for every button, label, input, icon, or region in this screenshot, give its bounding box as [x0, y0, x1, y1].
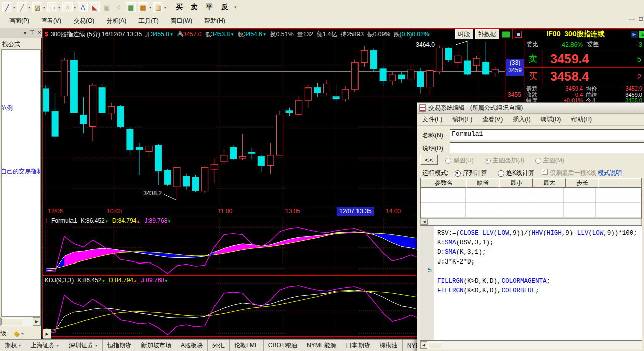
scrollbar-thumb[interactable] — [428, 342, 442, 348]
close-position-button[interactable]: 平 — [203, 2, 216, 13]
chevron-down-icon[interactable]: ▾ — [74, 5, 76, 10]
menu-item[interactable]: 分析(A) — [100, 15, 132, 27]
menu-item[interactable]: 工具(T) — [132, 15, 164, 27]
window-mode-icon[interactable] — [515, 31, 522, 38]
quote-info-rows: 最新3459.4均价3452.9涨跌0.4前结3459.0幅度+0.01%今开3… — [524, 85, 644, 103]
name-input[interactable]: Formula1 — [450, 129, 644, 140]
market-tab[interactable]: A股板块 — [176, 340, 208, 351]
market-tab[interactable]: 深圳证券▾ — [64, 340, 103, 351]
close-icon[interactable]: × — [38, 29, 41, 36]
dialog-menu-item[interactable]: 帮助(H) — [566, 115, 597, 124]
dialog-menu-item[interactable]: 插入(I) — [508, 115, 535, 124]
chevron-down-icon[interactable]: ▾ — [149, 5, 151, 10]
chevron-down-icon[interactable]: ▾ — [58, 5, 60, 10]
ellipse-icon[interactable]: ○ — [62, 2, 73, 13]
expand-panel-button[interactable]: ▶ — [43, 329, 51, 339]
fill-data-button[interactable]: 补数据 — [475, 29, 499, 40]
quote-panel: 委比 -42.86% 委差 -3 卖 3459.4 5 买 3458.4 2 最… — [524, 39, 644, 102]
sidebar-hscrollbar[interactable]: ▶ — [0, 317, 41, 326]
reverse-button[interactable]: 反 — [218, 2, 231, 13]
chevron-down-icon[interactable]: ▾ — [43, 5, 45, 10]
collapse-button[interactable]: << — [420, 155, 438, 165]
chevron-left-icon[interactable]: ◂ — [21, 331, 24, 336]
refresh-checkbox[interactable]: 仅刷最后一根K线 — [542, 169, 596, 178]
sidebar-footer-label: 级 — [0, 329, 6, 338]
dialog-title-bar[interactable]: 交易系统编辑 - (所属公式组:F.自编) — [417, 103, 644, 114]
radio-option[interactable]: 逐K线计算 — [498, 169, 534, 178]
pin-icon[interactable]: ⊤ — [30, 29, 35, 36]
market-tab[interactable]: 恒指期货 — [103, 340, 136, 351]
formula-code[interactable]: RSV:=(CLOSE-LLV(LOW,9))/(HHV(HIGH,9)-LLV… — [434, 226, 642, 340]
scrollbar-thumb[interactable] — [1, 318, 22, 325]
sell-button[interactable]: 卖 — [188, 2, 201, 13]
dialog-menu-item[interactable]: 文件(F) — [417, 115, 447, 124]
weibi-row: 委比 -42.86% 委差 -3 — [524, 39, 644, 50]
chevron-down-icon[interactable]: ▾ — [28, 5, 30, 10]
sidebar-link[interactable]: 自己的交易指标 — [1, 167, 41, 176]
pointer-tool-icon[interactable]: ▶ — [631, 31, 638, 38]
rectangle-icon[interactable]: ▭ — [47, 2, 58, 13]
bid-row[interactable]: 买 3458.4 2 — [524, 68, 644, 85]
menu-item[interactable]: 帮助(H) — [198, 15, 231, 27]
market-tab[interactable]: CBOT粮油 — [264, 340, 302, 351]
ohlc-field: 振0.09% — [367, 30, 390, 39]
market-tab[interactable]: 伦敦LME — [230, 340, 264, 351]
market-tab[interactable]: 棕榈油 — [375, 340, 403, 351]
buy-button[interactable]: 买 — [173, 2, 186, 13]
description-input[interactable] — [450, 142, 644, 153]
chevron-down-icon[interactable]: ▾ — [13, 5, 15, 10]
toolbar-overflow-icon[interactable]: ▾ — [234, 5, 237, 10]
divider — [10, 329, 10, 337]
table-row[interactable] — [421, 210, 641, 218]
data-card-icon[interactable] — [502, 31, 510, 38]
scroll-left-icon[interactable]: ◀ — [421, 219, 428, 225]
palette-icon[interactable]: ▦ — [137, 2, 149, 13]
column-header[interactable]: 缺省 — [466, 178, 499, 188]
code-hscrollbar[interactable]: ◀ — [420, 341, 642, 349]
dialog-menu-item[interactable]: 编辑(E) — [447, 115, 477, 124]
dialog-menu-item[interactable]: 调试(D) — [536, 115, 566, 124]
scroll-right-icon[interactable]: ▶ — [33, 317, 41, 326]
dialog-menu-item[interactable]: 查看(V) — [477, 115, 508, 124]
trendline-icon[interactable]: ╱ — [2, 2, 13, 13]
chart-title-bar: $ 300股指连续 (5分) 16/12/07 13:35 开3455.0▼高3… — [42, 28, 518, 40]
column-header[interactable]: 最大 — [533, 178, 566, 188]
segment-icon[interactable]: ╱ — [17, 2, 28, 13]
market-tab[interactable]: 上海证券▾ — [26, 340, 64, 351]
table-row[interactable] — [421, 203, 641, 210]
scroll-up-icon[interactable]: ▲ — [639, 31, 644, 38]
menu-item[interactable]: 窗口(W) — [165, 15, 198, 27]
table-row[interactable] — [421, 188, 641, 195]
text-icon[interactable]: A — [77, 2, 88, 13]
market-tab[interactable]: 期权▾ — [0, 340, 26, 351]
dialog-title: 交易系统编辑 - (所属公式组:F.自编) — [428, 104, 523, 112]
table-hscrollbar[interactable]: ◀ — [420, 218, 642, 225]
column-header[interactable]: 步长 — [566, 178, 598, 188]
ask-row[interactable]: 卖 3459.4 5 — [524, 50, 644, 68]
minimize-icon[interactable]: — — [629, 15, 635, 22]
market-tab[interactable]: 新加坡市场 — [136, 340, 176, 351]
market-tab[interactable]: 日本期货 — [341, 340, 375, 351]
market-tab[interactable]: 外汇 — [208, 340, 230, 351]
sidebar-link[interactable]: 范例 — [1, 104, 13, 112]
radio-option[interactable]: 序列计算 — [455, 169, 487, 178]
column-header[interactable]: 参数名 — [421, 178, 466, 188]
menu-item[interactable]: 查看(V) — [35, 15, 67, 27]
column-header[interactable]: 最小 — [499, 178, 533, 188]
chevron-down-icon[interactable]: ▾ — [164, 5, 166, 10]
menu-item[interactable]: 交易(O) — [67, 15, 100, 27]
mode-help-link[interactable]: 模式说明 — [598, 169, 622, 178]
market-tab[interactable]: NYME能源 — [302, 340, 341, 351]
flag-icon[interactable]: ◣ — [89, 2, 100, 13]
code-editor[interactable]: 5 RSV:=(CLOSE-LLV(LOW,9))/(HHV(HIGH,9)-L… — [420, 225, 642, 341]
gem-icon[interactable]: ◆ — [14, 329, 19, 337]
image-icon[interactable]: ▤ — [125, 2, 136, 13]
table-row[interactable] — [421, 195, 641, 203]
chevron-down-icon[interactable]: ▾ — [24, 29, 27, 36]
channel-icon[interactable]: ▨ — [32, 2, 43, 13]
session-button[interactable]: 时段 — [455, 29, 473, 40]
restore-icon[interactable]: □ — [639, 15, 643, 22]
scroll-left-icon[interactable]: ◀ — [420, 341, 427, 349]
layers-icon[interactable]: ▥ — [153, 2, 164, 13]
menu-item[interactable]: 画面(P) — [3, 15, 35, 27]
